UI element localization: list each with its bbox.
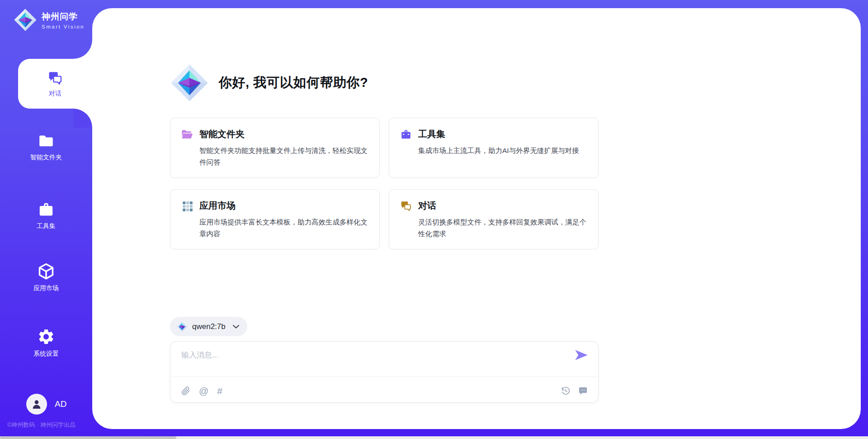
gear-icon — [37, 328, 55, 346]
message-input[interactable] — [181, 349, 566, 362]
sidebar-item-app-market[interactable]: 应用市场 — [0, 262, 92, 292]
message-composer: @ # — [170, 341, 599, 403]
card-title: 应用市场 — [199, 200, 236, 212]
active-tab-fillet-top — [73, 40, 92, 59]
greeting-title: 你好, 我可以如何帮助你? — [219, 74, 368, 92]
user-profile[interactable]: AD — [26, 394, 66, 415]
feature-cards: 智能文件夹 智能文件夹功能支持批量文件上传与清洗，轻松实现文件问答 工具集 集成… — [170, 118, 599, 249]
brand-diamond-icon — [170, 63, 209, 102]
avatar — [26, 394, 47, 415]
mention-button[interactable]: @ — [199, 386, 208, 396]
scrollbar-thumb[interactable] — [0, 436, 176, 439]
send-arrow-icon — [575, 349, 588, 361]
sidebar: 神州问学 Smart Vision 对话 智能文件夹 工具集 — [0, 0, 92, 439]
history-button[interactable] — [561, 386, 571, 396]
chevron-down-icon — [233, 325, 239, 329]
sidebar-item-toolset[interactable]: 工具集 — [0, 201, 92, 230]
cube-icon — [37, 262, 55, 280]
card-description: 智能文件夹功能支持批量文件上传与清洗，轻松实现文件问答 — [199, 145, 368, 168]
card-title: 工具集 — [418, 128, 445, 140]
card-description: 集成市场上主流工具，助力AI与外界无缝扩展与对接 — [418, 145, 587, 157]
brand-subtitle: Smart Vision — [42, 24, 85, 29]
user-name: AD — [55, 399, 66, 409]
card-app-market[interactable]: 应用市场 应用市场提供丰富长文本模板，助力高效生成多样化文章内容 — [170, 189, 380, 249]
composer-divider — [170, 377, 598, 377]
at-sign-icon: @ — [199, 386, 208, 396]
brand-diamond-icon — [176, 321, 188, 332]
hashtag-button[interactable]: # — [217, 386, 222, 396]
card-title: 智能文件夹 — [199, 128, 245, 140]
person-icon — [30, 398, 43, 410]
toolbox-icon — [38, 201, 55, 218]
toolbox-icon — [400, 129, 412, 140]
card-description: 灵活切换多模型文件，支持多样回复效果调试，满足个性化需求 — [418, 216, 587, 240]
grid-icon — [181, 200, 193, 212]
folder-icon — [38, 132, 55, 149]
feedback-button[interactable] — [578, 386, 588, 396]
card-chat[interactable]: 对话 灵活切换多模型文件，支持多样回复效果调试，满足个性化需求 — [389, 189, 599, 249]
brand-name: 神州问学 — [42, 11, 85, 23]
sidebar-item-label: 对话 — [49, 90, 61, 98]
sidebar-item-label: 应用市场 — [33, 284, 59, 292]
attach-file-button[interactable] — [181, 387, 190, 396]
sidebar-item-settings[interactable]: 系统设置 — [0, 328, 92, 358]
feedback-bubble-icon — [578, 386, 588, 396]
card-description: 应用市场提供丰富长文本模板，助力高效生成多样化文章内容 — [199, 216, 368, 240]
horizontal-scrollbar[interactable] — [0, 436, 868, 439]
brand: 神州问学 Smart Vision — [14, 8, 85, 32]
card-toolset[interactable]: 工具集 集成市场上主流工具，助力AI与外界无缝扩展与对接 — [389, 118, 599, 178]
paperclip-icon — [181, 387, 190, 396]
active-tab-fillet-bottom — [73, 109, 92, 128]
chat-bubbles-icon — [47, 70, 63, 86]
send-button[interactable] — [575, 349, 588, 361]
model-name: qwen2:7b — [192, 322, 226, 331]
sidebar-item-label: 系统设置 — [33, 350, 59, 358]
sidebar-item-label: 工具集 — [37, 222, 56, 230]
hashtag-icon: # — [217, 386, 222, 396]
history-icon — [561, 386, 571, 396]
greeting: 你好, 我可以如何帮助你? — [170, 63, 368, 102]
chat-bubbles-icon — [400, 200, 412, 212]
sidebar-item-smart-folder[interactable]: 智能文件夹 — [0, 132, 92, 162]
card-title: 对话 — [418, 200, 436, 212]
sidebar-item-label: 智能文件夹 — [30, 153, 62, 162]
card-smart-folder[interactable]: 智能文件夹 智能文件夹功能支持批量文件上传与清洗，轻松实现文件问答 — [170, 118, 380, 178]
copyright-footer: ©神州数码 · 神州问学出品 — [7, 421, 75, 429]
sidebar-item-chat[interactable]: 对话 — [18, 59, 92, 109]
folder-open-icon — [181, 129, 193, 140]
model-selector[interactable]: qwen2:7b — [170, 317, 247, 336]
brand-logo-icon — [14, 8, 37, 32]
